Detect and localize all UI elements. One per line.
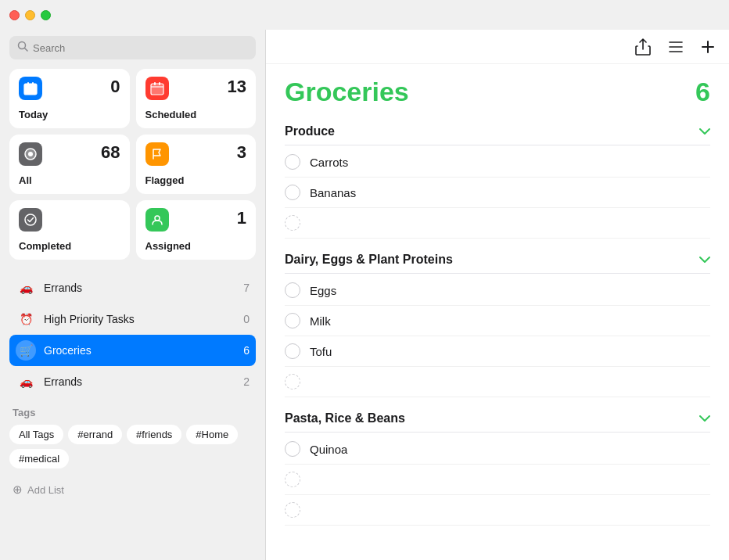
task-checkbox-bananas[interactable]	[285, 185, 300, 200]
flagged-count: 3	[237, 142, 246, 167]
task-label-carrots: Carrots	[310, 156, 348, 169]
all-icon	[19, 142, 42, 166]
tag-chip-all-tags[interactable]: All Tags	[9, 425, 63, 444]
list-view-button[interactable]	[666, 38, 685, 56]
task-row-milk: Milk	[285, 306, 710, 336]
all-label: All	[19, 174, 120, 186]
task-checkbox-carrots[interactable]	[285, 154, 300, 170]
task-row-carrots: Carrots	[285, 147, 710, 178]
today-label: Today	[19, 109, 120, 120]
smart-cards-grid: 70Today13Scheduled68All3FlaggedCompleted…	[9, 69, 256, 260]
list-item-groceries[interactable]: 🛒Groceries6	[9, 335, 256, 366]
tags-section: Tags All Tags#errand#friends#Home#medica…	[9, 407, 256, 468]
task-row-empty2	[285, 367, 710, 397]
add-list-icon: ⊕	[13, 483, 23, 497]
add-task-button[interactable]	[699, 38, 716, 56]
sidebar: 70Today13Scheduled68All3FlaggedCompleted…	[0, 30, 266, 560]
tag-chip-errand[interactable]: #errand	[68, 425, 122, 444]
task-sections: ProduceCarrotsBananasDairy, Eggs & Plant…	[285, 117, 710, 526]
task-row-quinoa: Quinoa	[285, 434, 710, 465]
section-dairy: Dairy, Eggs & Plant ProteinsEggsMilkTofu	[285, 245, 710, 397]
task-checkbox-empty3[interactable]	[285, 472, 300, 487]
task-checkbox-eggs[interactable]	[285, 282, 300, 298]
groceries-icon: 🛒	[16, 340, 36, 361]
smart-card-today[interactable]: 70Today	[9, 69, 130, 128]
task-label-tofu: Tofu	[310, 345, 332, 358]
task-checkbox-tofu[interactable]	[285, 343, 300, 359]
list-item-highpriority[interactable]: ⏰High Priority Tasks0	[9, 303, 256, 335]
list-header: Groceries 6	[285, 77, 710, 107]
smart-card-all[interactable]: 68All	[9, 135, 130, 194]
svg-point-15	[25, 214, 36, 225]
svg-rect-12	[159, 82, 160, 85]
smart-card-flagged[interactable]: 3Flagged	[136, 135, 257, 194]
errands2-count: 2	[243, 375, 250, 388]
task-checkbox-empty2[interactable]	[285, 374, 300, 389]
section-chevron-pasta[interactable]	[699, 411, 710, 425]
assigned-label: Assigned	[145, 240, 247, 252]
search-icon	[17, 41, 28, 55]
task-row-bananas: Bananas	[285, 178, 710, 208]
content-toolbar	[266, 30, 729, 64]
list-item-errands1[interactable]: 🚗Errands7	[9, 272, 256, 303]
section-chevron-dairy[interactable]	[699, 253, 710, 267]
section-chevron-produce[interactable]	[699, 124, 710, 138]
search-bar[interactable]	[9, 36, 256, 59]
completed-label: Completed	[19, 240, 120, 252]
task-row-tofu: Tofu	[285, 336, 710, 367]
assigned-icon	[145, 208, 169, 232]
tags-title: Tags	[9, 407, 256, 418]
minimize-button[interactable]	[25, 10, 35, 20]
add-list-button[interactable]: ⊕ Add List	[9, 478, 256, 501]
smart-card-scheduled[interactable]: 13Scheduled	[136, 69, 257, 128]
task-row-empty4	[285, 495, 710, 526]
smart-card-assigned[interactable]: 1Assigned	[136, 200, 257, 260]
list-view: Groceries 6 ProduceCarrotsBananasDairy, …	[266, 64, 729, 560]
user-lists: 🚗Errands7⏰High Priority Tasks0🛒Groceries…	[9, 272, 256, 397]
svg-rect-5	[27, 82, 29, 85]
errands1-label: Errands	[44, 282, 235, 294]
scheduled-icon	[145, 77, 169, 100]
task-label-bananas: Bananas	[310, 186, 356, 199]
completed-icon	[19, 208, 42, 232]
task-label-eggs: Eggs	[310, 284, 336, 297]
list-title: Groceries	[285, 77, 409, 107]
task-checkbox-empty1[interactable]	[285, 215, 300, 231]
list-item-errands2[interactable]: 🚗Errands2	[9, 366, 256, 397]
section-title-pasta: Pasta, Rice & Beans	[285, 411, 405, 425]
svg-rect-6	[32, 82, 34, 85]
task-label-quinoa: Quinoa	[310, 443, 347, 456]
section-produce: ProduceCarrotsBananas	[285, 117, 710, 239]
search-input[interactable]	[33, 42, 248, 54]
flagged-label: Flagged	[145, 174, 247, 186]
tag-chip-home[interactable]: #Home	[186, 425, 238, 444]
groceries-label: Groceries	[44, 344, 235, 357]
add-list-label: Add List	[27, 484, 64, 496]
scheduled-count: 13	[228, 77, 246, 102]
task-checkbox-milk[interactable]	[285, 313, 300, 328]
task-row-eggs: Eggs	[285, 275, 710, 306]
task-checkbox-quinoa[interactable]	[285, 441, 300, 457]
section-header-produce: Produce	[285, 117, 710, 145]
section-title-dairy: Dairy, Eggs & Plant Proteins	[285, 253, 453, 267]
tag-chip-friends[interactable]: #friends	[127, 425, 181, 444]
section-title-produce: Produce	[285, 124, 335, 138]
scheduled-label: Scheduled	[145, 109, 247, 120]
task-checkbox-empty4[interactable]	[285, 502, 300, 518]
close-button[interactable]	[9, 10, 20, 20]
section-header-dairy: Dairy, Eggs & Plant Proteins	[285, 245, 710, 274]
svg-line-1	[25, 48, 28, 52]
svg-point-14	[28, 152, 33, 156]
maximize-button[interactable]	[41, 10, 51, 20]
highpriority-icon: ⏰	[16, 309, 36, 329]
share-button[interactable]	[634, 37, 652, 57]
section-pasta: Pasta, Rice & BeansQuinoa	[285, 404, 710, 526]
main-content: Groceries 6 ProduceCarrotsBananasDairy, …	[266, 30, 729, 560]
today-icon: 7	[19, 77, 42, 100]
task-label-milk: Milk	[310, 314, 331, 328]
smart-card-completed[interactable]: Completed	[9, 200, 130, 260]
tag-chip-medical[interactable]: #medical	[9, 449, 69, 468]
title-bar	[0, 0, 729, 30]
main-container: 70Today13Scheduled68All3FlaggedCompleted…	[0, 30, 729, 560]
highpriority-label: High Priority Tasks	[44, 313, 235, 325]
